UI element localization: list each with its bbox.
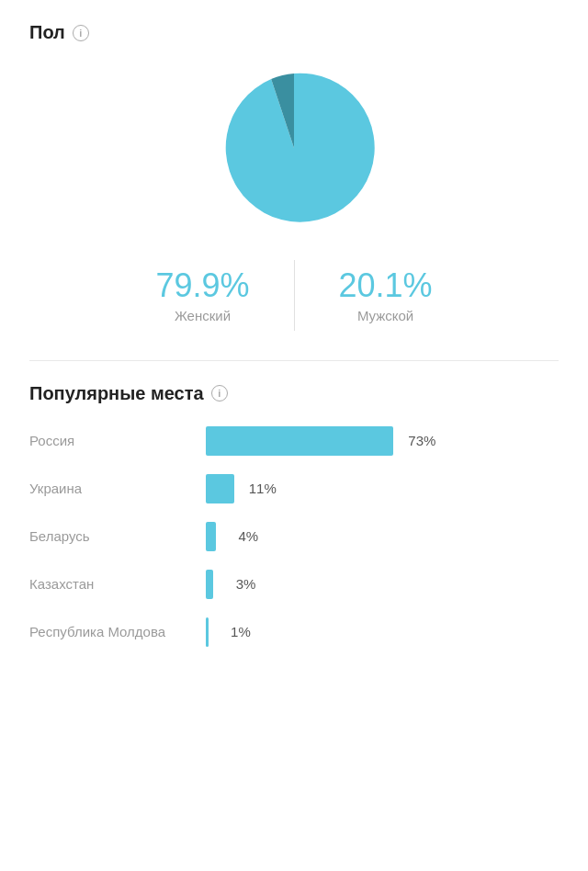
female-stat: 79.9% Женский (111, 260, 294, 331)
pie-chart (211, 65, 377, 231)
bar-track: 73% (206, 426, 559, 456)
places-title: Популярные места i (29, 383, 559, 404)
gender-title: Пол i (29, 22, 559, 43)
places-info-icon[interactable]: i (211, 385, 228, 402)
female-label: Женский (155, 308, 249, 323)
bar-percent: 73% (402, 433, 435, 448)
bar-row: Россия73% (29, 426, 559, 456)
bar-row: Украина11% (29, 474, 559, 503)
bar-label: Беларусь (29, 528, 195, 544)
bar-row: Республика Молдова1% (29, 617, 559, 647)
bar-percent: 11% (243, 481, 277, 496)
bar-fill (206, 570, 213, 599)
bar-fill (206, 426, 393, 456)
bar-track: 11% (206, 474, 559, 503)
male-stat: 20.1% Мужской (295, 260, 477, 331)
bar-row: Казахстан3% (29, 570, 559, 599)
bar-label: Россия (29, 433, 195, 448)
places-section: Популярные места i Россия73%Украина11%Бе… (0, 361, 588, 669)
bar-fill (206, 474, 234, 503)
bar-track: 3% (206, 570, 559, 599)
bar-label: Украина (29, 481, 195, 496)
bar-percent: 1% (218, 624, 251, 639)
bar-fill (206, 522, 216, 551)
bar-list: Россия73%Украина11%Беларусь4%Казахстан3%… (29, 426, 559, 647)
bar-track: 4% (206, 522, 559, 551)
bar-label: Казахстан (29, 576, 195, 592)
bar-fill (206, 617, 209, 647)
pie-chart-container (29, 65, 559, 231)
places-title-text: Популярные места (29, 383, 204, 404)
male-value: 20.1% (339, 267, 433, 304)
bar-row: Беларусь4% (29, 522, 559, 551)
gender-title-text: Пол (29, 22, 65, 43)
bar-track: 1% (206, 617, 559, 647)
male-label: Мужской (339, 308, 433, 323)
bar-label: Республика Молдова (29, 624, 195, 639)
bar-percent: 3% (222, 576, 255, 592)
gender-info-icon[interactable]: i (73, 25, 89, 41)
gender-section: Пол i 79.9% Женский 20.1% Мужской (0, 0, 588, 360)
bar-percent: 4% (225, 528, 258, 544)
gender-stats-row: 79.9% Женский 20.1% Мужской (29, 260, 559, 331)
female-value: 79.9% (155, 267, 249, 304)
